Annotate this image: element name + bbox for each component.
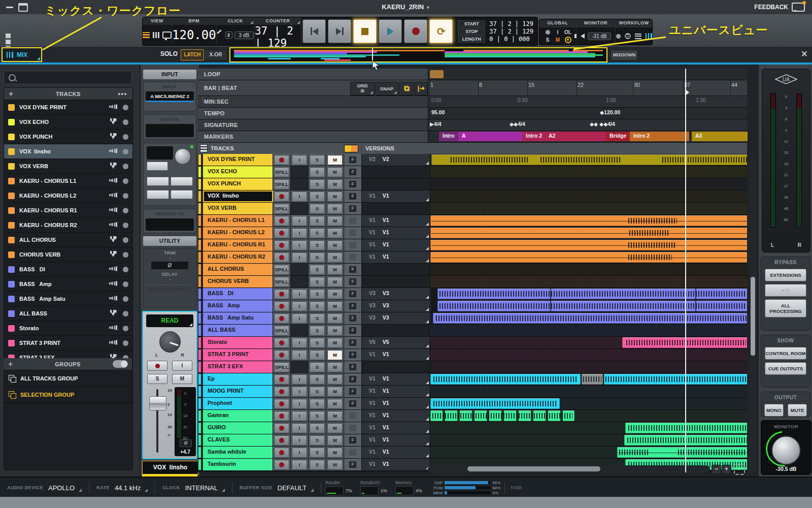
track-dot-icon[interactable] — [123, 340, 128, 346]
row-track-name[interactable]: GUIRO — [203, 422, 273, 434]
statusbar-field-buffer-size[interactable]: BUFFER SIZEDEFAULT — [232, 484, 321, 492]
track-dot-icon[interactable] — [123, 237, 128, 243]
row-solo-button[interactable]: S — [309, 215, 326, 227]
row-lane[interactable] — [430, 349, 747, 361]
loop-ruler[interactable]: LOOP — [198, 69, 747, 80]
row-solo-button[interactable]: S — [309, 276, 326, 288]
start-value[interactable]: 37 | 2 | 129 — [489, 20, 533, 27]
display-view-icon[interactable] — [162, 31, 172, 39]
global-dot-icon[interactable] — [546, 30, 550, 35]
row-track-name[interactable]: Prophoet — [203, 398, 273, 409]
row-solo-button[interactable]: S — [309, 410, 326, 422]
sidebar-track-bass-amp-satu[interactable]: BASS Amp Satu — [4, 292, 132, 306]
row-track-name[interactable]: ALL CHORUS — [203, 264, 273, 275]
link-icon[interactable]: ⧉ — [399, 82, 414, 96]
row-solo-button[interactable]: S — [309, 190, 326, 202]
track-colors-swatch-icon[interactable] — [344, 145, 358, 152]
global-target-icon[interactable] — [565, 37, 571, 43]
row-solo-button[interactable]: S — [309, 398, 326, 409]
vertical-scrollbar-handle[interactable] — [751, 277, 755, 356]
row-record-button[interactable] — [273, 459, 291, 470]
row-mute-button[interactable]: M — [326, 190, 344, 202]
track-dot-icon[interactable] — [123, 193, 128, 199]
row-versions-cell[interactable] — [362, 325, 430, 336]
groups-toggle[interactable] — [113, 360, 128, 368]
row-fx-button[interactable] — [344, 227, 362, 239]
global-mute-button[interactable]: M — [556, 37, 560, 43]
mixer-view-icon[interactable] — [153, 32, 159, 38]
row-track-name[interactable]: VOX ECHO — [203, 166, 273, 178]
track-dot-icon[interactable] — [123, 119, 128, 125]
marker-a3[interactable]: A3 — [692, 132, 748, 141]
loop-button[interactable]: ⟳ — [429, 19, 453, 43]
bar-beat-ruler[interactable]: BAR | BEAT GRID/8 SNAP ⧉ |➜ 181522303744 — [198, 80, 747, 96]
sidebar-track-bass-amp[interactable]: BASS Amp — [4, 277, 132, 292]
row-track-name[interactable]: KAERU - CHORUS L2 — [203, 227, 273, 239]
track-dot-icon[interactable] — [123, 326, 128, 331]
sidebar-track-vox-iinsho[interactable]: VOX Iinsho — [4, 144, 132, 159]
row-versions-cell[interactable] — [362, 203, 430, 214]
row-input-button[interactable] — [291, 178, 309, 190]
row-fx-button[interactable]: F — [344, 190, 362, 202]
row-record-button[interactable] — [273, 447, 291, 458]
bypass-all-processing-button[interactable]: ALL PROCESSING — [765, 299, 806, 318]
row-spill-button[interactable]: SPILL — [273, 361, 291, 373]
row-versions-cell[interactable]: V1V1 — [362, 386, 430, 397]
row-fx-button[interactable]: F — [344, 386, 362, 397]
monitor-db-value[interactable]: -31 dB — [588, 33, 611, 40]
track-dot-icon[interactable] — [123, 178, 128, 184]
input-routing-panel[interactable]: INPUT A MIC/LINE/HIZ 2 — [143, 82, 196, 111]
show-control-room-button[interactable]: CONTROL ROOM — [765, 347, 806, 360]
row-input-button[interactable] — [291, 276, 309, 288]
row-mute-button[interactable]: M — [326, 264, 344, 275]
horizontal-scrollbar-handle[interactable] — [467, 466, 600, 471]
sidebar-track-vox-dyne-print[interactable]: VOX DYNE PRINT — [4, 100, 132, 115]
row-track-name[interactable]: Ep — [203, 373, 273, 385]
preamp-display[interactable] — [147, 146, 173, 160]
pan-knob[interactable] — [159, 331, 181, 353]
snap-button[interactable]: SNAP — [375, 82, 398, 96]
row-track-name[interactable]: Samba whitsle — [203, 447, 273, 458]
row-mute-button[interactable]: M — [326, 410, 344, 422]
statusbar-field-rate[interactable]: RATE44.1 kHz — [89, 484, 155, 492]
audio-region[interactable] — [430, 398, 560, 409]
length-value[interactable]: 0 | 0 | 000 — [489, 36, 529, 43]
statusbar-field-audio-device[interactable]: AUDIO DEVICEAPOLLO — [0, 484, 89, 492]
row-solo-button[interactable]: S — [309, 422, 326, 434]
track-dot-icon[interactable] — [123, 252, 128, 258]
row-input-button[interactable] — [291, 203, 309, 214]
row-record-button[interactable] — [273, 227, 291, 239]
sidebar-track-all-chorus[interactable]: ALL CHORUS — [4, 233, 132, 247]
track-dot-icon[interactable] — [123, 134, 128, 140]
sidebar-track-kaeru---chorus-l2[interactable]: KAERU - CHORUS L2 — [4, 188, 132, 203]
sidebar-track-strat-3-print[interactable]: STRAT 3 PRINT — [4, 336, 132, 351]
track-dot-icon[interactable] — [123, 311, 128, 316]
row-solo-button[interactable]: S — [309, 251, 326, 263]
row-input-button[interactable]: I — [291, 398, 309, 409]
row-lane[interactable] — [430, 203, 747, 214]
row-input-button[interactable] — [291, 361, 309, 373]
statusbar-field-clock[interactable]: CLOCKINTERNAL — [155, 484, 232, 492]
row-versions-cell[interactable]: V1V1 — [362, 251, 430, 263]
row-fx-button[interactable]: F — [344, 373, 362, 385]
stop-value[interactable]: 37 | 2 | 129 — [489, 28, 533, 35]
marker-bridge[interactable]: Bridge — [606, 132, 630, 141]
row-solo-button[interactable]: S — [309, 288, 326, 300]
row-fx-button[interactable]: F — [344, 288, 362, 300]
row-mute-button[interactable]: M — [326, 337, 344, 348]
click-count-badge[interactable]: 2 — [225, 31, 232, 39]
row-fx-button[interactable]: F — [344, 166, 362, 178]
row-solo-button[interactable]: S — [309, 325, 326, 336]
playhead-marker[interactable] — [685, 89, 689, 96]
signature-ruler[interactable]: SIGNATURE ▶4/4◆◆4/4◆◆ ◆◆4/4 — [198, 119, 747, 131]
row-versions-cell[interactable]: V1V1 — [362, 410, 430, 422]
monitor-knob[interactable] — [771, 435, 801, 465]
sidebar-track-storato[interactable]: Storato — [4, 321, 132, 336]
add-group-button[interactable]: + — [8, 360, 13, 369]
audio-region[interactable] — [431, 154, 747, 165]
row-input-button[interactable]: I — [291, 300, 309, 312]
row-input-button[interactable]: I — [291, 227, 309, 239]
row-track-name[interactable]: KAERU - CHORUS R1 — [203, 239, 273, 251]
row-solo-button[interactable]: S — [309, 386, 326, 397]
row-record-button[interactable] — [273, 434, 291, 446]
